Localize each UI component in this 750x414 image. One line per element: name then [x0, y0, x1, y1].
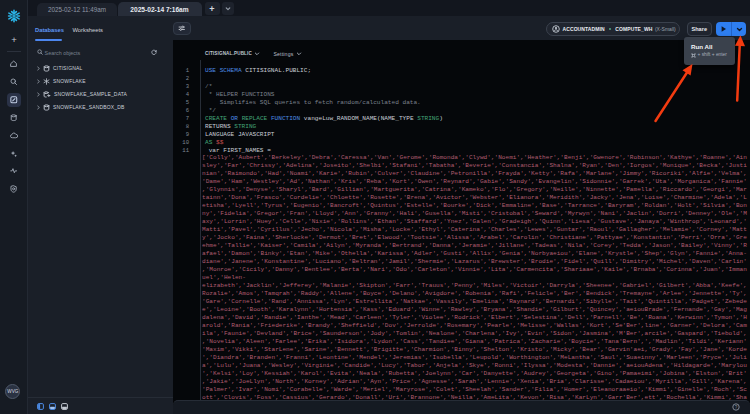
svg-text:?: ? [734, 405, 737, 410]
